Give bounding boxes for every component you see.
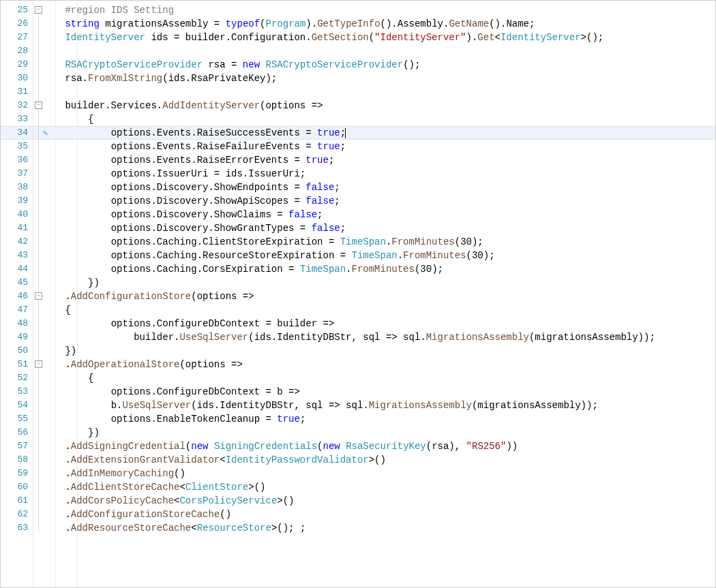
code-line[interactable]: }) [55, 344, 715, 358]
line-number[interactable]: 31 [1, 85, 33, 99]
code-token: options.EnableTokenCleanup = [111, 414, 278, 424]
code-line[interactable] [55, 85, 715, 99]
code-line[interactable]: options.Events.RaiseErrorEvents = true; [55, 153, 715, 167]
code-line[interactable]: builder.Services.AddIdentityServer(optio… [55, 99, 715, 112]
code-token: AddResourceStoreCache [71, 523, 191, 533]
code-token: migrationsAssembly = [100, 18, 226, 29]
code-line[interactable]: .AddConfigurationStore(options => [55, 290, 715, 303]
line-number[interactable]: 35 [1, 140, 33, 153]
line-number[interactable]: 47 [1, 303, 33, 317]
line-number[interactable]: 49 [1, 330, 33, 344]
code-line[interactable]: }) [55, 426, 715, 439]
code-token: ; [334, 196, 340, 206]
code-line[interactable] [55, 44, 715, 58]
folding-margin[interactable]: ----✎ [33, 1, 55, 587]
code-line[interactable]: options.Caching.ClientStoreExpiration = … [55, 235, 715, 249]
code-line[interactable]: options.Discovery.ShowApiScopes = false; [55, 194, 715, 208]
code-token: ; [340, 141, 346, 152]
line-number[interactable]: 51 [1, 358, 33, 371]
line-number[interactable]: 33 [1, 112, 33, 126]
code-line[interactable]: IdentityServer ids = builder.Configurati… [55, 31, 715, 44]
code-line[interactable]: }) [55, 276, 715, 290]
code-line[interactable]: options.Events.RaiseSuccessEvents = true… [55, 126, 715, 140]
line-number[interactable]: 30 [1, 72, 33, 85]
line-number[interactable]: 41 [1, 221, 33, 235]
code-token: IdentityPasswordValidator [226, 454, 369, 465]
line-number[interactable]: 59 [1, 467, 33, 480]
line-number[interactable]: 39 [1, 194, 33, 208]
line-number[interactable]: 37 [1, 167, 33, 181]
line-number[interactable]: 25 [1, 3, 33, 17]
line-number[interactable]: 45 [1, 276, 33, 290]
line-number[interactable]: 26 [1, 17, 33, 31]
line-number[interactable]: 57 [1, 439, 33, 453]
code-token: false [305, 182, 334, 193]
line-number[interactable]: 54 [1, 399, 33, 412]
line-number[interactable]: 28 [1, 44, 33, 58]
code-token: . [65, 468, 70, 479]
line-number[interactable]: 38 [1, 181, 33, 194]
line-number[interactable]: 40 [1, 208, 33, 221]
line-number[interactable]: 60 [1, 480, 33, 494]
code-line[interactable]: #region IDS Setting [55, 3, 715, 17]
line-number[interactable]: 52 [1, 371, 33, 385]
code-line[interactable]: .AddExtensionGrantValidator<IdentityPass… [55, 453, 715, 467]
line-number[interactable]: 53 [1, 385, 33, 399]
line-number[interactable]: 42 [1, 235, 33, 249]
code-token: . [65, 454, 70, 465]
code-line[interactable]: options.ConfigureDbContext = b => [55, 385, 715, 399]
code-line[interactable]: .AddSigningCredential(new SigningCredent… [55, 439, 715, 453]
code-line[interactable]: { [55, 371, 715, 385]
code-token: "RS256" [466, 441, 507, 452]
code-line[interactable]: options.IssuerUri = ids.IssuerUri; [55, 167, 715, 181]
code-line[interactable]: rsa.FromXmlString(ids.RsaPrivateKey); [55, 72, 715, 85]
line-number[interactable]: 36 [1, 153, 33, 167]
code-line[interactable]: .AddResourceStoreCache<ResourceStore>();… [55, 521, 715, 535]
line-number[interactable]: 58 [1, 453, 33, 467]
line-number[interactable]: 44 [1, 262, 33, 276]
code-token: options.Caching.ClientStoreExpiration = [111, 236, 340, 247]
fold-toggle-icon[interactable]: - [35, 6, 42, 14]
line-number[interactable]: 55 [1, 412, 33, 426]
code-area[interactable]: #region IDS Setting string migrationsAss… [55, 1, 715, 587]
line-number[interactable]: 50 [1, 344, 33, 358]
line-number[interactable]: 62 [1, 508, 33, 521]
line-number[interactable]: 46 [1, 290, 33, 303]
code-token: options.Discovery.ShowEndpoints = [111, 182, 306, 193]
code-line[interactable]: .AddConfigurationStoreCache() [55, 508, 715, 521]
code-line[interactable]: options.ConfigureDbContext = builder => [55, 317, 715, 330]
line-number[interactable]: 63 [1, 521, 33, 535]
code-line[interactable]: b.UseSqlServer(ids.IdentityDBStr, sql =>… [55, 399, 715, 412]
code-line[interactable]: options.Events.RaiseFailureEvents = true… [55, 140, 715, 153]
line-number[interactable]: 48 [1, 317, 33, 330]
code-line[interactable]: builder.UseSqlServer(ids.IdentityDBStr, … [55, 330, 715, 344]
code-token: false [305, 196, 334, 206]
code-editor[interactable]: 2526272829303132333435363738394041424344… [0, 0, 716, 588]
code-line[interactable]: RSACryptoServiceProvider rsa = new RSACr… [55, 58, 715, 72]
fold-toggle-icon[interactable]: - [35, 360, 42, 368]
fold-toggle-icon[interactable]: - [35, 292, 42, 300]
line-number[interactable]: 27 [1, 31, 33, 44]
line-number[interactable]: 61 [1, 494, 33, 508]
code-line[interactable]: { [55, 303, 715, 317]
code-line[interactable]: options.Discovery.ShowEndpoints = false; [55, 181, 715, 194]
code-line[interactable]: string migrationsAssembly = typeof(Progr… [55, 17, 715, 31]
code-line[interactable]: options.Discovery.ShowGrantTypes = false… [55, 221, 715, 235]
line-number[interactable]: 43 [1, 249, 33, 262]
fold-toggle-icon[interactable]: - [35, 102, 42, 109]
line-number[interactable]: 29 [1, 58, 33, 72]
line-number[interactable]: 32 [1, 99, 33, 112]
code-line[interactable]: options.Caching.CorsExpiration = TimeSpa… [55, 262, 715, 276]
code-line[interactable]: { [55, 112, 715, 126]
code-line[interactable]: options.Discovery.ShowClaims = false; [55, 208, 715, 221]
code-line[interactable]: options.EnableTokenCleanup = true; [55, 412, 715, 426]
line-number-gutter[interactable]: 2526272829303132333435363738394041424344… [1, 1, 33, 587]
line-number[interactable]: 34 [1, 126, 33, 140]
code-line[interactable]: .AddClientStoreCache<ClientStore>() [55, 480, 715, 494]
code-line[interactable]: .AddCorsPolicyCache<CorsPolicyService>() [55, 494, 715, 508]
code-line[interactable]: .AddInMemoryCaching() [55, 467, 715, 480]
code-line[interactable]: options.Caching.ResourceStoreExpiration … [55, 249, 715, 262]
code-token: (ids.IdentityDBStr, sql => sql. [248, 332, 426, 343]
line-number[interactable]: 56 [1, 426, 33, 439]
code-line[interactable]: .AddOperationalStore(options => [55, 358, 715, 371]
